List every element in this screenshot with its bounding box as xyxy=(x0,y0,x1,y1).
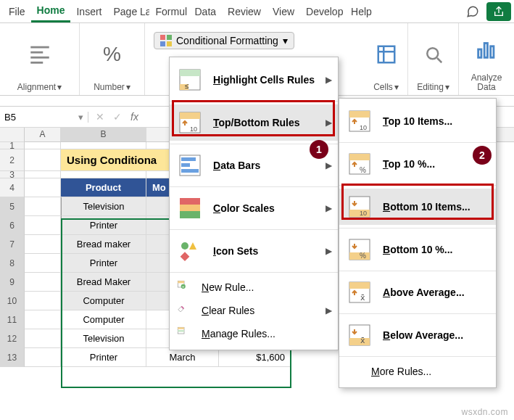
step-badge-2: 2 xyxy=(473,146,492,165)
svg-point-30 xyxy=(181,242,188,250)
ribbon-group-cells: Cells ▾ xyxy=(365,23,408,95)
top10items-icon: 10 xyxy=(347,108,373,134)
menu-newrule[interactable]: +New Rule... xyxy=(170,276,338,299)
svg-rect-5 xyxy=(167,35,172,40)
chevron-down-icon[interactable]: ▾ xyxy=(126,82,130,92)
menu-top10items[interactable]: 10Top 10 Items... xyxy=(339,103,496,139)
analyze-icon[interactable] xyxy=(473,36,500,63)
svg-rect-55 xyxy=(349,338,370,345)
svg-rect-7 xyxy=(167,41,172,46)
row-header[interactable]: 6 xyxy=(0,216,25,235)
speech-bubble-icon xyxy=(466,5,479,18)
conditional-formatting-icon xyxy=(160,35,172,46)
cancel-icon[interactable]: ✕ xyxy=(96,111,104,123)
menu-aboveavg[interactable]: x̄Above Average... xyxy=(339,274,496,310)
tab-page-layout[interactable]: Page La xyxy=(107,1,149,22)
editing-icon[interactable] xyxy=(420,41,447,68)
chevron-down-icon[interactable]: ▾ xyxy=(394,82,399,92)
row-header[interactable]: 1 xyxy=(0,142,25,149)
svg-point-11 xyxy=(427,48,438,59)
svg-rect-6 xyxy=(160,41,165,46)
share-icon xyxy=(493,6,505,17)
group-label: Alignment xyxy=(17,82,56,92)
row-header[interactable]: 10 xyxy=(0,292,25,310)
tab-insert[interactable]: Insert xyxy=(70,1,107,22)
comments-button[interactable] xyxy=(463,2,482,21)
cf-dropdown-menu: ≤Highlight Cells Rules▶10Top/Bottom Rule… xyxy=(169,57,339,350)
tab-developer[interactable]: Develop xyxy=(300,1,345,22)
row-header[interactable]: 2 xyxy=(0,149,25,171)
row-header[interactable]: 13 xyxy=(0,348,25,367)
menu-bottom10pct[interactable]: %Bottom 10 %... xyxy=(339,231,496,268)
svg-rect-28 xyxy=(180,205,200,211)
group-label: Number xyxy=(94,82,125,92)
row-header[interactable]: 4 xyxy=(0,178,25,197)
menu-highlight[interactable]: ≤Highlight Cells Rules▶ xyxy=(170,62,338,98)
fx-icon[interactable]: fx xyxy=(130,111,138,123)
chevron-right-icon: ▶ xyxy=(326,160,332,170)
bottom10pct-icon: % xyxy=(347,236,373,263)
conditional-formatting-button[interactable]: Conditional Formatting ▾ xyxy=(154,32,294,49)
ribbon-group-analyze: Analyze Data xyxy=(459,23,514,95)
enter-icon[interactable]: ✓ xyxy=(113,111,122,123)
svg-rect-24 xyxy=(181,157,196,161)
col-header-a[interactable]: A xyxy=(25,128,61,141)
svg-rect-40 xyxy=(349,111,370,118)
tab-file[interactable]: File xyxy=(3,1,31,22)
tab-help[interactable]: Help xyxy=(345,1,378,22)
tab-review[interactable]: Review xyxy=(222,1,267,22)
row-header[interactable]: 12 xyxy=(0,329,25,348)
colorscales-icon xyxy=(177,195,203,221)
svg-rect-26 xyxy=(181,169,199,173)
menu-bottom10items[interactable]: 10Bottom 10 Items... xyxy=(339,189,496,225)
iconsets-icon xyxy=(177,238,203,264)
svg-rect-4 xyxy=(160,35,165,40)
share-button[interactable] xyxy=(486,2,511,21)
menu-topbottom[interactable]: 10Top/Bottom Rules▶ xyxy=(170,104,338,141)
menu-clearrules[interactable]: Clear Rules▶ xyxy=(170,299,338,322)
svg-text:x̄: x̄ xyxy=(360,293,365,302)
chevron-down-icon[interactable]: ▾ xyxy=(57,82,62,92)
chevron-down-icon[interactable]: ▾ xyxy=(78,112,83,123)
row-header[interactable]: 3 xyxy=(0,171,25,178)
row-header[interactable]: 9 xyxy=(0,273,25,292)
row-header[interactable]: 5 xyxy=(0,197,25,216)
menu-more-rules[interactable]: More Rules... xyxy=(339,360,496,383)
svg-rect-14 xyxy=(484,44,487,58)
col-header-b[interactable]: B xyxy=(61,128,146,141)
name-box[interactable]: B5 ▾ xyxy=(0,112,88,123)
row-header[interactable]: 11 xyxy=(0,310,25,329)
align-icon[interactable] xyxy=(26,41,54,68)
percent-icon[interactable]: % xyxy=(99,41,126,68)
tab-data[interactable]: Data xyxy=(188,1,222,22)
chevron-right-icon: ▶ xyxy=(326,75,332,85)
svg-text:%: % xyxy=(360,252,366,260)
svg-text:10: 10 xyxy=(190,125,197,133)
group-label: Editing xyxy=(417,82,444,92)
menu-iconsets[interactable]: Icon Sets▶ xyxy=(170,233,338,269)
row-header[interactable]: 7 xyxy=(0,235,25,254)
tab-view[interactable]: View xyxy=(267,1,300,22)
ribbon-group-number: % Number ▾ xyxy=(80,23,145,95)
highlight-icon: ≤ xyxy=(177,67,203,93)
menu-colorscales[interactable]: Color Scales▶ xyxy=(170,190,338,226)
svg-rect-43 xyxy=(349,154,370,160)
menu-managerules[interactable]: Manage Rules... xyxy=(170,322,338,345)
svg-text:+: + xyxy=(182,284,184,289)
cells-icon[interactable] xyxy=(373,41,400,68)
ribbon-group-editing: Editing ▾ xyxy=(408,23,459,95)
menu-top10pct[interactable]: %Top 10 %... xyxy=(339,146,496,182)
watermark: wsxdn.com xyxy=(461,407,508,417)
chevron-down-icon[interactable]: ▾ xyxy=(445,82,449,92)
svg-rect-25 xyxy=(181,163,190,167)
menu-belowavg[interactable]: x̄Below Average... xyxy=(339,317,496,353)
svg-text:≤: ≤ xyxy=(185,82,189,90)
cf-label: Conditional Formatting xyxy=(176,35,278,46)
svg-rect-33 xyxy=(178,281,184,283)
ribbon-tabs: File Home Insert Page La Formul Data Rev… xyxy=(0,0,514,23)
tab-formulas[interactable]: Formul xyxy=(149,1,188,22)
svg-rect-8 xyxy=(378,46,394,62)
tab-home[interactable]: Home xyxy=(31,0,71,22)
row-header[interactable]: 8 xyxy=(0,254,25,273)
svg-line-12 xyxy=(437,58,442,62)
